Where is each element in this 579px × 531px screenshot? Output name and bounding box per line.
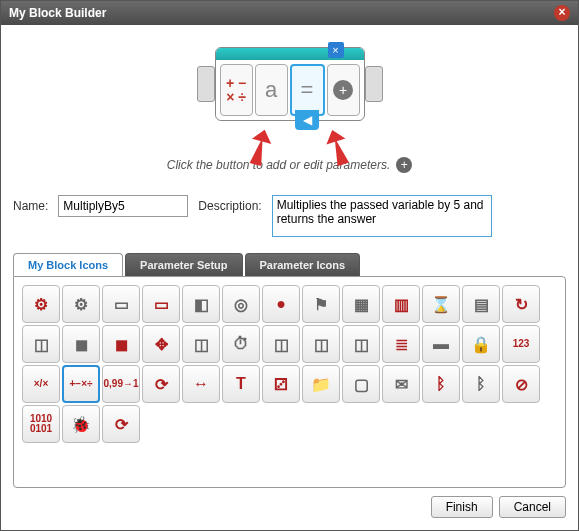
param-slot-equals[interactable]: = ◀ bbox=[290, 64, 325, 116]
icon-cube3[interactable]: ◫ bbox=[262, 325, 300, 363]
icon-stopwatch[interactable]: ⏱ bbox=[222, 325, 260, 363]
stack-icon: ≣ bbox=[395, 335, 408, 354]
name-input[interactable] bbox=[58, 195, 188, 217]
hint-plus-icon[interactable]: + bbox=[396, 157, 412, 173]
icon-ladybug[interactable]: 🐞 bbox=[62, 405, 100, 443]
folder-icon: 📁 bbox=[311, 375, 331, 394]
icon-dpad[interactable]: ✥ bbox=[142, 325, 180, 363]
tab-my-block-icons[interactable]: My Block Icons bbox=[13, 253, 123, 276]
icon-binary[interactable]: 1010 0101 bbox=[22, 405, 60, 443]
sign-icon: ⚑ bbox=[314, 295, 328, 314]
block-preview: × + − × ÷ a = ◀ + bbox=[13, 37, 566, 173]
icon-bt2[interactable]: ᛒ bbox=[462, 365, 500, 403]
icon-gears-red[interactable]: ⚙ bbox=[22, 285, 60, 323]
icons-panel: ⚙⚙▭▭◧◎●⚑▦▥⌛▤↻◫◼◼✥◫⏱◫◫◫≣▬🔒123×/×+−×÷0,99→… bbox=[13, 276, 566, 488]
param-slot-icon[interactable]: + − × ÷ bbox=[220, 64, 253, 116]
icon-stack[interactable]: ≣ bbox=[382, 325, 420, 363]
icon-width[interactable]: ↔ bbox=[182, 365, 220, 403]
icon-hourglass[interactable]: ⌛ bbox=[422, 285, 460, 323]
block-port-right bbox=[365, 66, 383, 102]
icon-round[interactable]: 0,99→1 bbox=[102, 365, 140, 403]
icon-bt1[interactable]: ᛒ bbox=[422, 365, 460, 403]
binary-icon: 1010 0101 bbox=[30, 414, 52, 434]
icon-ops[interactable]: +−×÷ bbox=[62, 365, 100, 403]
cube1-icon: ◫ bbox=[34, 335, 49, 354]
tab-parameter-icons[interactable]: Parameter Icons bbox=[245, 253, 361, 276]
icon-cube-dark[interactable]: ◼ bbox=[62, 325, 100, 363]
icon-case-lock[interactable]: 🔒 bbox=[462, 325, 500, 363]
icon-steer[interactable]: ◎ bbox=[222, 285, 260, 323]
monitor-icon: ▢ bbox=[354, 375, 369, 394]
ladybug-icon: 🐞 bbox=[71, 415, 91, 434]
fields-row: Name: Description: Multiplies the passed… bbox=[13, 195, 566, 237]
icon-cube5[interactable]: ◫ bbox=[342, 325, 380, 363]
icon-motor2[interactable]: ◧ bbox=[182, 285, 220, 323]
icon-swirl[interactable]: ⟳ bbox=[142, 365, 180, 403]
icon-block3[interactable]: ▤ bbox=[462, 285, 500, 323]
block2-icon: ▥ bbox=[394, 295, 409, 314]
description-input[interactable]: Multiplies the passed variable by 5 and … bbox=[272, 195, 492, 237]
icon-motor1[interactable]: ▭ bbox=[102, 285, 140, 323]
dialog-window: My Block Builder × × + − × ÷ a bbox=[0, 0, 579, 531]
sync-icon: ↻ bbox=[515, 295, 528, 314]
case1-icon: ▬ bbox=[433, 335, 449, 353]
icon-grid: ⚙⚙▭▭◧◎●⚑▦▥⌛▤↻◫◼◼✥◫⏱◫◫◫≣▬🔒123×/×+−×÷0,99→… bbox=[22, 285, 557, 443]
motor1-icon: ▭ bbox=[114, 295, 129, 314]
round-icon: 0,99→1 bbox=[103, 379, 138, 389]
icon-sync[interactable]: ↻ bbox=[502, 285, 540, 323]
cube3-icon: ◫ bbox=[274, 335, 289, 354]
icon-motor-red[interactable]: ▭ bbox=[142, 285, 180, 323]
icon-block2[interactable]: ▥ bbox=[382, 285, 420, 323]
dialog-footer: Finish Cancel bbox=[13, 488, 566, 518]
finish-button[interactable]: Finish bbox=[431, 496, 493, 518]
icon-block1[interactable]: ▦ bbox=[342, 285, 380, 323]
swirl-icon: ⟳ bbox=[155, 375, 168, 394]
icon-text-t[interactable]: T bbox=[222, 365, 260, 403]
cancel-button[interactable]: Cancel bbox=[499, 496, 566, 518]
icon-cube1[interactable]: ◫ bbox=[22, 325, 60, 363]
block1-icon: ▦ bbox=[354, 295, 369, 314]
gears-gray-icon: ⚙ bbox=[74, 295, 88, 314]
name-label: Name: bbox=[13, 195, 48, 213]
icon-sign[interactable]: ⚑ bbox=[302, 285, 340, 323]
cube-red-icon: ◼ bbox=[115, 335, 128, 354]
block-port-left bbox=[197, 66, 215, 102]
close-icon[interactable]: × bbox=[554, 5, 570, 21]
titlebar: My Block Builder × bbox=[1, 1, 578, 25]
block: × + − × ÷ a = ◀ + bbox=[215, 47, 365, 121]
icon-dice[interactable]: ⚂ bbox=[262, 365, 300, 403]
motor2-icon: ◧ bbox=[194, 295, 209, 314]
icon-folder[interactable]: 📁 bbox=[302, 365, 340, 403]
description-label: Description: bbox=[198, 195, 261, 213]
hint-text: Click the button to add or edit paramete… bbox=[167, 158, 390, 172]
icon-divide-x[interactable]: ×/× bbox=[22, 365, 60, 403]
stopwatch-icon: ⏱ bbox=[233, 335, 249, 353]
swirl2-icon: ⟳ bbox=[115, 415, 128, 434]
dice-icon: ⚂ bbox=[274, 375, 288, 394]
tab-parameter-setup[interactable]: Parameter Setup bbox=[125, 253, 242, 276]
icon-digits[interactable]: 123 bbox=[502, 325, 540, 363]
delete-param-icon[interactable]: × bbox=[328, 42, 344, 58]
icon-cube2[interactable]: ◫ bbox=[182, 325, 220, 363]
icon-gears-gray[interactable]: ⚙ bbox=[62, 285, 100, 323]
icon-cube4[interactable]: ◫ bbox=[302, 325, 340, 363]
ball-red-icon: ● bbox=[276, 295, 286, 313]
icon-cube-red[interactable]: ◼ bbox=[102, 325, 140, 363]
icon-ball-red[interactable]: ● bbox=[262, 285, 300, 323]
hint-row: Click the button to add or edit paramete… bbox=[167, 157, 412, 173]
cube2-icon: ◫ bbox=[194, 335, 209, 354]
steer-icon: ◎ bbox=[234, 295, 248, 314]
window-title: My Block Builder bbox=[9, 6, 106, 20]
cube5-icon: ◫ bbox=[354, 335, 369, 354]
hourglass-icon: ⌛ bbox=[431, 295, 451, 314]
cube4-icon: ◫ bbox=[314, 335, 329, 354]
add-param-slot[interactable]: + bbox=[327, 64, 360, 116]
icon-no[interactable]: ⊘ bbox=[502, 365, 540, 403]
mail-icon: ✉ bbox=[395, 375, 408, 394]
icon-mail[interactable]: ✉ bbox=[382, 365, 420, 403]
bt1-icon: ᛒ bbox=[436, 375, 446, 393]
param-slot-a[interactable]: a bbox=[255, 64, 288, 116]
icon-monitor[interactable]: ▢ bbox=[342, 365, 380, 403]
icon-swirl2[interactable]: ⟳ bbox=[102, 405, 140, 443]
icon-case1[interactable]: ▬ bbox=[422, 325, 460, 363]
